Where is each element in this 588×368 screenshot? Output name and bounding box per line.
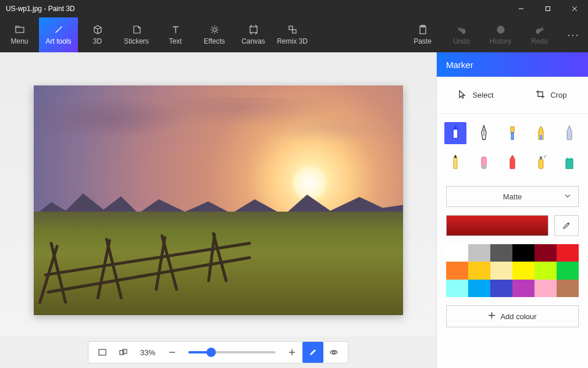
paste-button[interactable]: Paste [403, 17, 442, 52]
more-button[interactable]: ··· [559, 17, 588, 52]
add-color-label: Add colour [500, 312, 536, 321]
pencil-tool[interactable] [444, 151, 466, 173]
undo-label: Undo [453, 37, 470, 45]
text-tab[interactable]: Text [156, 17, 195, 52]
color-swatch[interactable] [490, 262, 512, 279]
color-swatch[interactable] [468, 244, 490, 262]
effects-tab[interactable]: Effects [195, 17, 234, 52]
crop-label: Crop [550, 91, 566, 99]
color-swatch[interactable] [534, 262, 557, 279]
svg-rect-22 [99, 349, 106, 355]
folder-icon [15, 24, 25, 35]
art-tools-tab[interactable]: Art tools [39, 17, 78, 52]
current-color-row [446, 215, 579, 236]
zoom-bar: 33% [0, 337, 436, 368]
menu-button[interactable]: Menu [0, 17, 39, 52]
color-swatch[interactable] [446, 244, 468, 262]
zoom-slider[interactable] [188, 351, 276, 353]
color-swatch[interactable] [490, 280, 512, 297]
cursor-icon [458, 90, 468, 101]
zoom-percent[interactable]: 33% [134, 342, 162, 363]
text-label: Text [169, 37, 181, 45]
add-color-button[interactable]: Add colour [446, 305, 579, 327]
color-swatch[interactable] [446, 262, 468, 279]
actual-size-button[interactable] [113, 342, 134, 363]
panel-title: Marker [437, 52, 588, 77]
history-icon [496, 24, 506, 35]
color-swatch[interactable] [534, 280, 557, 297]
canvas-label: Canvas [241, 37, 265, 45]
color-swatch[interactable] [534, 244, 557, 262]
watercolor-tool[interactable] [530, 122, 552, 144]
fill-tool[interactable] [558, 151, 580, 173]
plus-icon [488, 312, 496, 321]
pixel-pen-tool[interactable] [558, 122, 580, 144]
calligraphy-pen-tool[interactable] [473, 122, 495, 144]
crayon-tool[interactable] [501, 151, 523, 173]
color-swatch[interactable] [468, 262, 490, 279]
material-select[interactable]: Matte [446, 186, 579, 207]
crop-icon [536, 90, 546, 101]
minimize-button[interactable] [508, 0, 534, 17]
svg-rect-31 [511, 133, 514, 140]
undo-button[interactable]: Undo [442, 17, 481, 52]
history-label: History [490, 37, 511, 45]
stickers-label: Stickers [124, 37, 149, 45]
3d-label: 3D [93, 37, 102, 45]
marker-tool[interactable] [444, 122, 466, 144]
select-button[interactable]: Select [458, 90, 493, 101]
maximize-button[interactable] [534, 0, 561, 17]
redo-icon [534, 24, 545, 35]
text-icon [170, 24, 181, 35]
color-swatch[interactable] [446, 280, 468, 297]
svg-rect-34 [482, 165, 486, 169]
zoom-in-button[interactable] [281, 342, 302, 363]
remix-3d-tab[interactable]: Remix 3D [273, 17, 312, 52]
sticker-icon [131, 24, 142, 35]
color-swatch[interactable] [557, 280, 579, 297]
brush-grid [437, 114, 588, 181]
color-swatch[interactable] [468, 280, 490, 297]
zoom-out-button[interactable] [162, 342, 183, 363]
edit-mode-button[interactable] [302, 342, 323, 363]
eyedropper-button[interactable] [554, 215, 579, 236]
paste-label: Paste [414, 37, 432, 45]
color-swatch[interactable] [557, 244, 579, 262]
canvas-tab[interactable]: Canvas [234, 17, 273, 52]
select-crop-row: Select Crop [437, 77, 588, 114]
canvas-image[interactable] [34, 85, 403, 315]
view-mode-button[interactable] [323, 342, 344, 363]
3d-tab[interactable]: 3D [78, 17, 117, 52]
title-bar: US-wp1.jpg - Paint 3D [0, 0, 588, 17]
svg-line-21 [48, 258, 250, 292]
spray-can-tool[interactable] [530, 151, 552, 173]
svg-rect-39 [566, 159, 573, 169]
window-title: US-wp1.jpg - Paint 3D [0, 5, 508, 13]
color-swatch[interactable] [512, 280, 534, 297]
svg-point-37 [544, 156, 545, 158]
remix-3d-label: Remix 3D [277, 37, 308, 45]
svg-point-28 [333, 351, 335, 353]
crop-button[interactable]: Crop [536, 90, 566, 101]
art-tools-label: Art tools [45, 37, 71, 45]
chevron-down-icon [564, 192, 571, 201]
side-panel: Marker Select Crop [436, 52, 588, 368]
oil-brush-tool[interactable] [501, 122, 523, 144]
redo-label: Redo [531, 37, 548, 45]
eraser-tool[interactable] [473, 151, 495, 173]
close-button[interactable] [561, 0, 588, 17]
svg-rect-8 [293, 30, 296, 33]
color-swatch[interactable] [557, 262, 579, 279]
color-swatch[interactable] [490, 244, 512, 262]
content-area: 33% Marker [0, 52, 588, 368]
history-button[interactable]: History [481, 17, 520, 52]
current-color[interactable] [446, 215, 548, 236]
fit-screen-button[interactable] [92, 342, 113, 363]
canvas-viewport[interactable] [0, 52, 436, 337]
svg-rect-6 [250, 27, 257, 33]
color-swatch[interactable] [512, 262, 534, 279]
redo-button[interactable]: Redo [520, 17, 559, 52]
color-swatch[interactable] [512, 244, 534, 262]
canvas-icon [248, 24, 259, 35]
stickers-tab[interactable]: Stickers [117, 17, 156, 52]
